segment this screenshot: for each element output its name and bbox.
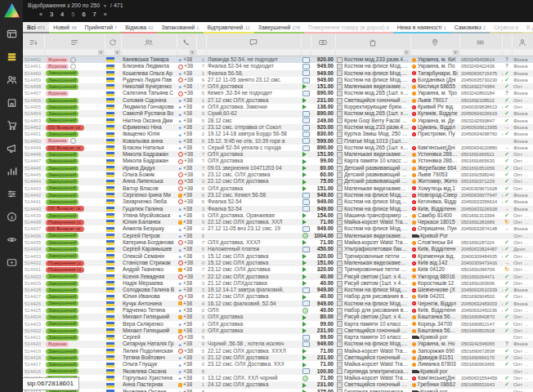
order-row[interactable]: 514448 Завершений Микола Бадражан +38 7 … [23,151,533,158]
page-size-caret-icon[interactable]: ▼ [103,3,107,8]
phone-cell[interactable]: +38 [177,260,196,266]
phone-cell[interactable]: +38 [177,321,196,327]
status-tab[interactable]: Самовивіз2 [450,22,490,33]
order-row[interactable]: 514429 Завершений Надія Мерзаєва +38 3 2… [23,280,533,287]
col-flag-filter[interactable]: ▾ [105,49,121,56]
phone-cell[interactable]: +38 [177,307,196,314]
status-tab[interactable]: Завершений278 [254,22,304,33]
order-row[interactable]: 514462 Відмова Каневська Тамара +38 1 Ла… [23,56,533,64]
phone-cell[interactable]: +38 [177,77,196,83]
phone-cell[interactable]: +38 [177,341,196,347]
col-pay-header[interactable] [301,34,311,49]
order-row[interactable]: 514452 DD Возврат ск. Єфименко Ніна +38 … [23,124,533,131]
order-row[interactable]: 514439 Завершений Уляна Мусійовська +38 … [23,212,533,219]
col-cnt-header[interactable] [196,34,206,49]
order-row[interactable]: 514449 DD Возврат ск. Власюк Наталья +38… [23,145,533,151]
phone-cell[interactable]: +38 [177,192,196,198]
status-tab[interactable]: Сервіси0 [490,22,522,33]
col-price-header[interactable] [311,34,335,49]
phone-cell[interactable]: +38 [177,172,196,178]
col-phone-filter[interactable]: ▾ [177,49,196,56]
phone-cell[interactable]: +38 [177,145,196,151]
order-row[interactable]: 514422 Завершений Михаил Гилецький +38 3… [23,327,533,334]
order-row[interactable]: 514453 Завершений Нікітіна Оксана Дми +3… [23,118,533,124]
status-tab[interactable]: Прийнятий7 [81,22,122,33]
page-number[interactable]: 7 [93,10,96,20]
order-row[interactable]: 514456 Завершений Соломія Сідоніна +38 1… [23,97,533,104]
phone-cell[interactable]: +38 [177,381,196,388]
phone-cell[interactable]: +38 [177,165,196,172]
col-phone-header[interactable] [177,34,196,49]
filter-dropdown-icon[interactable]: ▾ [404,50,410,55]
phone-cell[interactable]: +38 [177,239,196,246]
order-row[interactable]: 514425 Завершений Радченко Тетяна +38 0 … [23,307,533,314]
phone-cell[interactable]: +38 [177,56,196,64]
phone-cell[interactable]: +38 [177,90,196,96]
phone-cell[interactable]: +38 [177,375,196,381]
phone-cell[interactable]: +38 [177,287,196,293]
order-row[interactable]: 514433 Завершений Олексій Семанін +38 3 … [23,253,533,260]
phone-cell[interactable]: +38 [177,219,196,225]
col-supplier-header[interactable] [512,34,533,49]
status-tab[interactable]: Новий48 [49,22,80,33]
order-row[interactable]: 514455 Завершений Людмила Гончарова +38 … [23,104,533,110]
phone-cell[interactable]: +38 [177,233,196,239]
filter-dropdown-icon[interactable]: ▾ [98,50,104,55]
order-row[interactable]: 514426 Завершений Кучук Антонина +38 4 1… [23,301,533,307]
stats-icon[interactable] [4,165,19,177]
phone-cell[interactable]: +38 [177,124,196,131]
phone-cell[interactable]: +38 [177,280,196,287]
order-row[interactable]: 514457 Відмова Салєгина Татьяна С +38 5 … [23,90,533,96]
order-row[interactable]: 514437 DD Возврат ск. Анжела Безушку +38… [23,225,533,232]
phone-cell[interactable]: +38 [177,225,196,232]
col-comment-header[interactable] [206,34,301,49]
phone-cell[interactable]: +38 [177,314,196,320]
cart-icon[interactable] [4,119,19,131]
phone-cell[interactable]: +38 [177,212,196,219]
phone-cell[interactable]: +38 [177,70,196,77]
order-row[interactable]: 514460 Завершений Кошелева Ольга Ар +38 … [23,70,533,77]
order-row[interactable]: 514416 Завершений Яковлева Оксана +38 8 … [23,368,533,375]
phone-cell[interactable]: +38 [177,246,196,252]
phone-cell[interactable]: +38 [177,138,196,145]
col-region-filter[interactable]: ▾ [410,49,459,56]
order-row[interactable]: 514445 Завершений Ольга Божик +38 9 23.1… [23,172,533,178]
status-tab[interactable]: Нема в наявності1 [393,22,450,33]
announce-icon[interactable] [4,142,19,154]
order-row[interactable]: 514459 Завершений Руденко Лидия Пав +38 … [23,77,533,83]
phone-cell[interactable]: +38 [177,266,196,273]
status-tab[interactable]: Повернення товару (в дорозі)0 [304,22,393,33]
order-row[interactable]: 514447 Завершений Микола Бадражан +38 7 … [23,158,533,164]
filter-dropdown-icon[interactable]: ▾ [114,50,120,55]
phone-cell[interactable]: +38 [177,361,196,368]
video-icon[interactable] [4,256,19,269]
order-row[interactable]: 514424 Завершений Михаил Гилецький +38 3… [23,314,533,320]
status-tab[interactable]: Відмова42 [121,22,157,33]
order-row[interactable]: 514444 Завершений Анна Липенська +38 3 2… [23,178,533,185]
col-product-filter[interactable]: ▾ [335,49,410,56]
filter-dropdown-icon[interactable]: ▾ [190,50,195,55]
phone-cell[interactable]: +38 [177,348,196,354]
order-row[interactable]: 514427 Завершений Юлия Иванова +38 8 22.… [23,293,533,300]
order-row[interactable]: 514450 Відмова Ковальова анна +38 8 15.1… [23,138,533,145]
phone-cell[interactable]: +38 [177,131,196,137]
order-row[interactable]: 514458 Завершений Николай Кучеренко +38 … [23,83,533,90]
orders-icon[interactable] [4,51,19,63]
order-row[interactable]: 514440 DD Возврат ск. Гуцалюк Галина +38… [23,206,533,212]
col-tstatus-header[interactable] [502,34,512,49]
order-row[interactable]: 514438 Повернення (з. Юлия Баланюк +38 9… [23,219,533,225]
order-row[interactable]: 514443 Завершений Віктор Власов +38 5 ОЛ… [23,185,533,192]
status-tab[interactable]: Запакований1 [157,22,203,33]
col-region-header[interactable] [410,34,459,49]
phone-cell[interactable]: +38 [177,185,196,192]
phone-cell[interactable]: +38 [177,178,196,185]
order-row[interactable]: 514446 Завершений Ирина Дидух +38 7 09.0… [23,165,533,172]
order-row[interactable]: 514423 Завершений Вера Скляренко +38 1 О… [23,321,533,327]
order-row[interactable]: 514435 Завершений Катерина Богданова +38… [23,239,533,246]
phone-cell[interactable]: +38 [177,110,196,117]
order-row[interactable]: 514421 Завершений Сергей +38 5 99.00 Кар… [23,334,533,341]
page-number[interactable]: 6 [82,10,85,20]
order-row[interactable]: 514436 Завершений Сергей Петров +38 5 10… [23,233,533,239]
phone-cell[interactable]: +38 [177,301,196,307]
col-id-header[interactable] [23,34,44,49]
